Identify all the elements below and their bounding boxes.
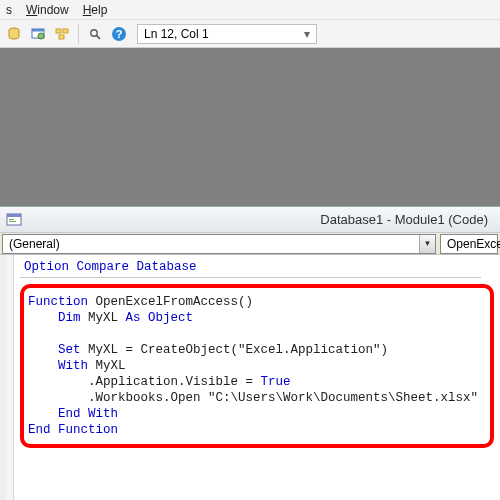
toolbar-db-icon[interactable] — [4, 24, 24, 44]
toolbar-modules-icon[interactable] — [52, 24, 72, 44]
svg-rect-2 — [32, 29, 44, 32]
code-window-title: Database1 - Module1 (Code) — [28, 212, 494, 227]
module-icon — [6, 212, 22, 228]
svg-rect-14 — [9, 221, 16, 222]
svg-rect-6 — [59, 35, 64, 39]
code-line: End With — [28, 406, 486, 422]
procedure-combo-value: OpenExce — [447, 237, 500, 251]
location-text: Ln 12, Col 1 — [144, 27, 209, 41]
toolbar: ? Ln 12, Col 1 ▾ — [0, 20, 500, 48]
menu-item-window[interactable]: Window — [26, 3, 69, 17]
code-line: .Workbooks.Open "C:\Users\Work\Documents… — [28, 390, 486, 406]
code-titlebar: Database1 - Module1 (Code) — [0, 207, 500, 233]
chevron-down-icon[interactable]: ▾ — [300, 27, 314, 41]
code-line: .Application.Visible = True — [28, 374, 486, 390]
svg-text:?: ? — [116, 28, 123, 40]
svg-point-3 — [38, 33, 44, 39]
object-combo[interactable]: (General) ▼ — [2, 234, 436, 254]
code-gutter — [6, 255, 14, 500]
code-line: Function OpenExcelFromAccess() — [28, 294, 486, 310]
chevron-down-icon[interactable]: ▼ — [419, 235, 435, 253]
menu-item-s[interactable]: s — [6, 3, 12, 17]
code-line: With MyXL — [28, 358, 486, 374]
declarations-divider — [20, 277, 481, 278]
svg-rect-5 — [63, 29, 68, 33]
code-line: Set MyXL = CreateObject("Excel.Applicati… — [28, 342, 486, 358]
toolbar-help-icon[interactable]: ? — [109, 24, 129, 44]
toolbar-separator — [78, 24, 79, 44]
svg-rect-4 — [56, 29, 61, 33]
toolbar-find-icon[interactable] — [85, 24, 105, 44]
code-window: Database1 - Module1 (Code) (General) ▼ O… — [0, 206, 500, 500]
svg-rect-13 — [9, 219, 14, 220]
dropdown-row: (General) ▼ OpenExce — [0, 233, 500, 255]
code-line: Dim MyXL As Object — [28, 310, 486, 326]
code-area[interactable]: Option Compare Database Function OpenExc… — [0, 255, 500, 500]
location-box[interactable]: Ln 12, Col 1 ▾ — [137, 24, 317, 44]
mdi-background — [0, 48, 500, 206]
code-option-line: Option Compare Database — [20, 259, 500, 275]
menu-bar: s Window Help — [0, 0, 500, 20]
procedure-combo[interactable]: OpenExce — [440, 234, 498, 254]
highlighted-code-block: Function OpenExcelFromAccess() Dim MyXL … — [20, 284, 494, 448]
menu-item-help[interactable]: Help — [83, 3, 108, 17]
svg-point-7 — [91, 29, 97, 35]
svg-line-8 — [96, 35, 100, 39]
toolbar-window-icon[interactable] — [28, 24, 48, 44]
code-line — [28, 326, 486, 342]
svg-rect-12 — [7, 214, 21, 217]
code-line: End Function — [28, 422, 486, 438]
object-combo-value: (General) — [9, 237, 60, 251]
